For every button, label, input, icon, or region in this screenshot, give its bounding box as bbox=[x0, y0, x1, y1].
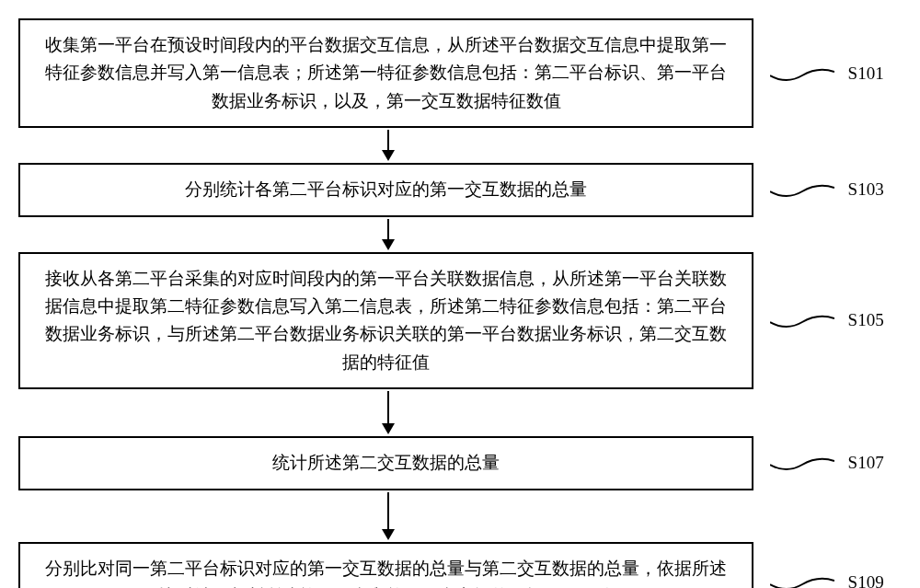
connector bbox=[753, 571, 843, 588]
curve-connector-icon bbox=[770, 63, 834, 85]
flowchart-step: 收集第一平台在预设时间段内的平台数据交互信息，从所述平台数据交互信息中提取第一特… bbox=[18, 18, 902, 128]
step-box: 分别统计各第二平台标识对应的第一交互数据的总量 bbox=[18, 163, 753, 216]
connector bbox=[753, 452, 843, 474]
flowchart-step: 统计所述第二交互数据的总量 S107 bbox=[18, 436, 902, 490]
arrow-head-icon bbox=[382, 150, 395, 161]
step-label: S109 bbox=[844, 572, 902, 588]
arrow-head-icon bbox=[382, 239, 395, 250]
step-label: S105 bbox=[844, 310, 902, 330]
flowchart-step: 分别比对同一第二平台标识对应的第一交互数据的总量与第二交互数据的总量，依据所述比… bbox=[18, 542, 902, 588]
arrow-line-icon bbox=[387, 391, 389, 423]
arrow bbox=[18, 490, 902, 542]
step-box: 接收从各第二平台采集的对应时间段内的第一平台关联数据信息，从所述第一平台关联数据… bbox=[18, 252, 753, 390]
arrow bbox=[18, 389, 902, 436]
flowchart-step: 分别统计各第二平台标识对应的第一交互数据的总量 S103 bbox=[18, 163, 902, 216]
curve-connector-icon bbox=[770, 309, 834, 331]
connector bbox=[753, 309, 843, 331]
arrow-line-icon bbox=[387, 492, 389, 529]
flowchart-step: 接收从各第二平台采集的对应时间段内的第一平台关联数据信息，从所述第一平台关联数据… bbox=[18, 252, 902, 390]
arrow-head-icon bbox=[382, 423, 395, 434]
arrow bbox=[18, 217, 902, 252]
curve-connector-icon bbox=[770, 571, 834, 588]
step-box: 收集第一平台在预设时间段内的平台数据交互信息，从所述平台数据交互信息中提取第一特… bbox=[18, 18, 753, 128]
arrow-line-icon bbox=[387, 219, 389, 239]
connector bbox=[753, 179, 843, 201]
arrow bbox=[18, 128, 902, 163]
arrow-head-icon bbox=[382, 529, 395, 540]
flowchart: 收集第一平台在预设时间段内的平台数据交互信息，从所述平台数据交互信息中提取第一特… bbox=[18, 18, 902, 588]
step-box: 统计所述第二交互数据的总量 bbox=[18, 436, 753, 490]
step-box: 分别比对同一第二平台标识对应的第一交互数据的总量与第二交互数据的总量，依据所述比… bbox=[18, 542, 753, 588]
connector bbox=[753, 63, 843, 85]
curve-connector-icon bbox=[770, 179, 834, 201]
step-label: S103 bbox=[844, 179, 902, 200]
arrow-line-icon bbox=[387, 130, 389, 150]
step-label: S101 bbox=[844, 63, 902, 84]
curve-connector-icon bbox=[770, 452, 834, 474]
step-label: S107 bbox=[844, 453, 902, 473]
